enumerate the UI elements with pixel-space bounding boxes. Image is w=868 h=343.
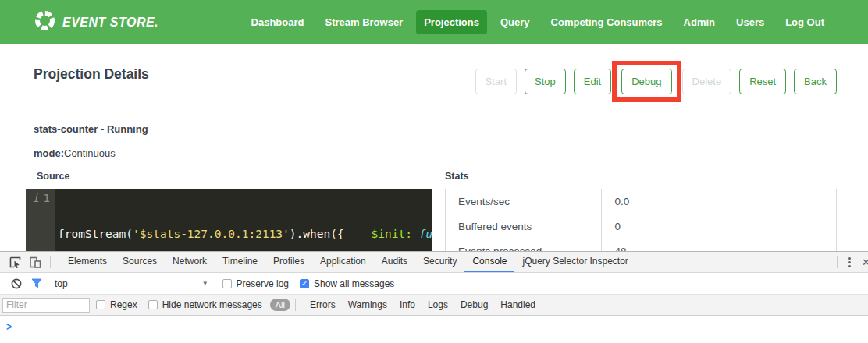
- devtools-tabs: Elements Sources Network Timeline Profil…: [60, 252, 832, 272]
- filter-level-info[interactable]: Info: [400, 299, 415, 310]
- nav-item-dashboard[interactable]: Dashboard: [244, 10, 312, 34]
- nav-items: Dashboard Stream Browser Projections Que…: [244, 10, 832, 34]
- source-heading: Source: [26, 171, 432, 182]
- stat-label: Buffered events: [446, 214, 602, 239]
- nav-item-users[interactable]: Users: [728, 10, 772, 34]
- main-content: Projection Details Start Stop Edit Debug…: [0, 60, 868, 284]
- code-token-plain: ).when({: [290, 228, 344, 240]
- console-toolbar: top ▼ Preserve log Show all messages: [0, 273, 868, 295]
- code-token-entity: $init:: [372, 228, 412, 240]
- devtools-panel: Elements Sources Network Timeline Profil…: [0, 251, 868, 343]
- nav-item-query[interactable]: Query: [493, 10, 538, 34]
- tab-elements[interactable]: Elements: [60, 252, 115, 272]
- filter-level-warnings[interactable]: Warnings: [348, 299, 387, 310]
- table-row: Buffered events 0: [446, 214, 837, 239]
- nav-item-admin[interactable]: Admin: [676, 10, 723, 34]
- tab-application[interactable]: Application: [312, 252, 374, 272]
- nav-item-logout[interactable]: Log Out: [777, 10, 832, 34]
- debug-annotation-box: Debug: [612, 61, 681, 102]
- projection-mode: mode:Continuous: [34, 147, 837, 159]
- reset-button[interactable]: Reset: [739, 69, 786, 94]
- console-prompt-icon[interactable]: >: [6, 320, 12, 333]
- page: EVENT STORE. Dashboard Stream Browser Pr…: [0, 0, 868, 343]
- filter-level-debug[interactable]: Debug: [461, 299, 488, 310]
- stats-heading: Stats: [445, 171, 837, 182]
- regex-checkbox[interactable]: [96, 300, 105, 309]
- preserve-log-checkbox[interactable]: [222, 279, 232, 288]
- tab-console[interactable]: Console: [464, 252, 514, 272]
- filter-level-logs[interactable]: Logs: [428, 299, 448, 310]
- mode-value: Continuous: [64, 147, 116, 159]
- filter-level-handled[interactable]: Handled: [500, 299, 535, 310]
- nav-item-stream-browser[interactable]: Stream Browser: [317, 10, 411, 34]
- tab-sources[interactable]: Sources: [115, 252, 165, 272]
- devtools-menu-icon[interactable]: [842, 254, 857, 271]
- brand-text: EVENT STORE.: [62, 16, 158, 30]
- table-row: Events/sec 0.0: [446, 189, 837, 214]
- debug-button[interactable]: Debug: [621, 69, 671, 94]
- show-all-messages-checkbox[interactable]: [300, 279, 309, 288]
- projection-status: stats-counter - Running: [34, 123, 837, 135]
- mode-label: mode:: [34, 147, 64, 159]
- divider: [295, 299, 296, 311]
- delete-button[interactable]: Delete: [682, 69, 732, 94]
- page-title: Projection Details: [34, 60, 149, 83]
- nav-item-competing-consumers[interactable]: Competing Consumers: [543, 10, 671, 34]
- filter-level-errors[interactable]: Errors: [310, 299, 336, 310]
- stop-button[interactable]: Stop: [525, 69, 566, 94]
- tab-security[interactable]: Security: [415, 252, 464, 272]
- nav-item-projections[interactable]: Projections: [416, 10, 487, 34]
- header-row: Projection Details Start Stop Edit Debug…: [34, 60, 837, 105]
- divider: [50, 256, 51, 268]
- console-output-area[interactable]: >: [0, 316, 868, 342]
- tab-profiles[interactable]: Profiles: [265, 252, 312, 272]
- edit-button[interactable]: Edit: [574, 69, 611, 94]
- show-all-messages-label[interactable]: Show all messages: [314, 278, 394, 289]
- device-toolbar-icon[interactable]: [25, 253, 45, 271]
- stat-value: 0: [602, 214, 837, 239]
- filter-input[interactable]: [2, 298, 90, 313]
- back-button[interactable]: Back: [794, 69, 837, 94]
- action-buttons: Start Stop Edit Debug Delete Reset Back: [475, 60, 837, 102]
- code-token-whitespace: [344, 228, 372, 240]
- close-icon[interactable]: ✕: [857, 253, 868, 271]
- brand[interactable]: EVENT STORE.: [34, 10, 158, 34]
- code-token-whitespace: [412, 228, 419, 240]
- eventstore-logo-icon: [34, 10, 55, 34]
- regex-label[interactable]: Regex: [110, 299, 137, 310]
- filter-levels: Errors Warnings Info Logs Debug Handled: [310, 299, 535, 310]
- execution-context-selector[interactable]: top: [55, 278, 68, 289]
- code-token-string: '$stats-127.0.0.1:2113': [133, 228, 290, 240]
- tab-timeline[interactable]: Timeline: [215, 252, 265, 272]
- inspect-element-icon[interactable]: [5, 253, 25, 271]
- top-navbar: EVENT STORE. Dashboard Stream Browser Pr…: [0, 0, 868, 44]
- code-token-keyword: fu: [419, 228, 432, 240]
- console-filter-bar: Regex Hide network messages All Errors W…: [0, 295, 868, 316]
- chevron-down-icon[interactable]: ▼: [202, 280, 208, 287]
- divider: [837, 256, 838, 268]
- preserve-log-label[interactable]: Preserve log: [237, 278, 289, 289]
- filter-icon[interactable]: [27, 274, 47, 293]
- stat-value: 0.0: [602, 189, 837, 214]
- devtools-tabbar-right: ✕: [832, 253, 868, 271]
- tab-network[interactable]: Network: [165, 252, 215, 272]
- stat-label: Events/sec: [446, 189, 602, 214]
- clear-console-icon[interactable]: [6, 274, 27, 293]
- devtools-tabbar: Elements Sources Network Timeline Profil…: [0, 252, 868, 273]
- tab-jquery-selector-inspector[interactable]: jQuery Selector Inspector: [514, 252, 635, 272]
- code-token-plain: fromStream(: [58, 228, 133, 240]
- code-line: fromStream('$stats-127.0.0.1:2113').when…: [58, 225, 432, 243]
- tab-audits[interactable]: Audits: [374, 252, 415, 272]
- hide-network-messages-checkbox[interactable]: [148, 300, 158, 309]
- filter-all-button[interactable]: All: [270, 299, 290, 311]
- start-button[interactable]: Start: [475, 69, 517, 94]
- hide-network-messages-label[interactable]: Hide network messages: [162, 299, 262, 310]
